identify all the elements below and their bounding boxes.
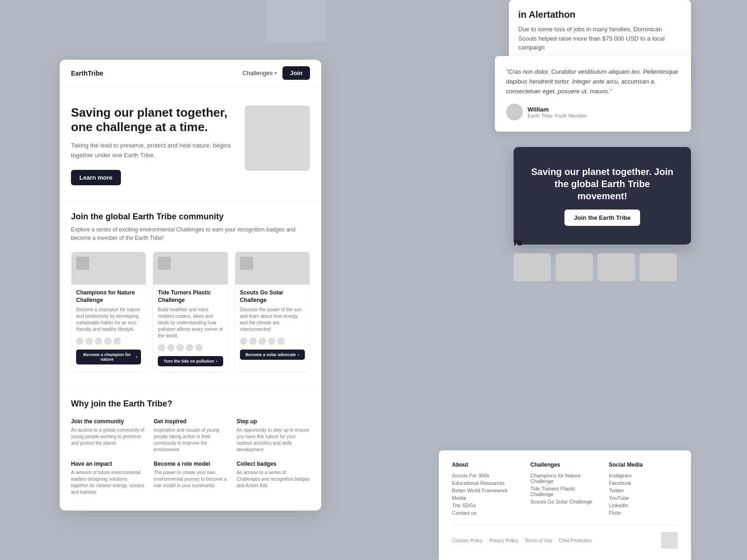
cta-dark-card: Saving our planet together. Join the glo… (514, 147, 691, 245)
why-item-stepup: Step up An opportunity to step up to ens… (237, 418, 310, 453)
hero-subtitle: Taking the lead to preserve, protect and… (71, 141, 233, 161)
chevron-down-icon: ▾ (275, 70, 277, 76)
challenge-desc-nature: Become a champion for nature and biodive… (76, 307, 141, 333)
badge-5 (195, 344, 203, 351)
footer-links-challenges: Champions for Nature Challenge Tide Turn… (530, 473, 599, 504)
footer-bottom-links: Cookies Policy Privacy Policy Terms of U… (452, 538, 592, 543)
footer-link-flickr[interactable]: Flickr (609, 510, 678, 516)
badge-4 (186, 344, 193, 351)
badge-row-plastic (158, 344, 223, 351)
challenge-icon-plastic (158, 257, 171, 270)
cta-join-button[interactable]: Join the Earth Tribe (564, 210, 640, 226)
testimonials-title-partial: rs (514, 237, 691, 248)
footer-link[interactable]: Scouts For 300s (452, 473, 521, 478)
why-item-inspired: Get inspired Inspiration and visuals of … (154, 418, 227, 453)
why-item-rolemodel: Become a role model The power to create … (154, 461, 227, 496)
footer-links-social: Instagram Facebook Twitter YouTube Linke… (609, 473, 678, 516)
why-item-title: Collect badges (237, 461, 310, 467)
challenge-card-solar: Scouts Go Solar Challenge Discover the p… (235, 252, 310, 372)
badge-row-nature (76, 337, 141, 345)
why-item-title: Become a role model (154, 461, 227, 467)
footer-link[interactable]: Educational Resources (452, 480, 521, 486)
footer-col-challenges: Challenges Champions for Nature Challeng… (530, 462, 599, 516)
footer-link-youtube[interactable]: YouTube (609, 495, 678, 501)
badge-5 (113, 337, 121, 345)
challenge-image-solar (235, 252, 310, 285)
child-protection-link[interactable]: Child Protection (559, 538, 592, 543)
badge-4 (104, 337, 112, 345)
footer-link-linkedin[interactable]: LinkedIn (609, 503, 678, 508)
testimonial-thumb-3 (598, 253, 635, 281)
challenge-icon-solar (240, 257, 253, 270)
hero-image-placeholder (266, 0, 327, 42)
challenge-cta-plastic[interactable]: Turn the tide on pollution › (158, 356, 223, 366)
hero-title: Saving our planet together, one challeng… (71, 105, 233, 134)
footer-link[interactable]: Tide Turners Plastic Challenge (530, 486, 599, 497)
reviewer-name: William (528, 106, 587, 113)
why-item-desc: An opportunity to step up to ensure you … (237, 427, 310, 453)
footer-columns: About Scouts For 300s Educational Resour… (452, 462, 678, 516)
footer-col-title-social: Social Media (609, 462, 678, 468)
footer-link[interactable]: Contact us (452, 510, 521, 516)
review-text: "Cras non dolor. Curabitur vestibulum al… (506, 67, 680, 96)
why-item-desc: A network of future environmental leader… (71, 469, 144, 496)
navbar: EarthTribe Challenges ▾ Join (60, 60, 321, 87)
brand-logo: EarthTribe (71, 70, 103, 77)
challenge-card-nature: Champions for Nature Challenge Become a … (71, 252, 146, 372)
why-item-desc: An access to a global community of young… (71, 427, 144, 447)
challenge-body-solar: Scouts Go Solar Challenge Discover the p… (235, 285, 310, 365)
cookies-link[interactable]: Cookies Policy (452, 538, 483, 543)
alert-title: in Alertathon (518, 9, 682, 20)
why-item-title: Have an impact (71, 461, 144, 467)
privacy-link[interactable]: Privacy Policy (489, 538, 518, 543)
footer-col-title-challenges: Challenges (530, 462, 599, 468)
navbar-right: Challenges ▾ Join (242, 66, 310, 80)
challenge-body-nature: Champions for Nature Challenge Become a … (71, 285, 146, 370)
footer-link[interactable]: Media (452, 495, 521, 501)
arrow-right-icon: › (298, 352, 299, 357)
footer-col-social: Social Media Instagram Facebook Twitter … (609, 462, 678, 516)
badge-1 (76, 337, 84, 345)
terms-link[interactable]: Terms of Use (525, 538, 552, 543)
challenge-cards: Champions for Nature Challenge Become a … (71, 252, 310, 372)
challenge-icon-nature (76, 257, 89, 270)
footer-bottom: Cookies Policy Privacy Policy Terms of U… (452, 525, 678, 549)
learn-more-button[interactable]: Learn more (71, 170, 121, 185)
footer-link[interactable]: Scouts Go Solar Challenge (530, 499, 599, 504)
footer-link-facebook[interactable]: Facebook (609, 480, 678, 486)
challenges-section-title: Join the global Earth Tribe community (71, 212, 310, 222)
badge-1 (158, 344, 165, 351)
challenge-image-plastic (153, 252, 227, 285)
hero-image (245, 105, 310, 171)
arrow-right-icon: › (216, 359, 217, 364)
why-item-badges: Collect badges An access to a series of … (237, 461, 310, 496)
challenges-nav-label: Challenges (242, 70, 273, 77)
join-button[interactable]: Join (282, 66, 310, 80)
challenges-nav[interactable]: Challenges ▾ (242, 70, 277, 77)
testimonial-thumb-2 (556, 253, 593, 281)
why-item-impact: Have an impact A network of future envir… (71, 461, 144, 496)
why-item-title: Join the community (71, 418, 144, 425)
hero-section: Saving our planet together, one challeng… (60, 87, 321, 200)
footer-link-twitter[interactable]: Twitter (609, 488, 678, 493)
why-item-title: Step up (237, 418, 310, 425)
footer-link[interactable]: The SDGs (452, 503, 521, 508)
why-grid: Join the community An access to a global… (71, 418, 310, 496)
testimonials-row (514, 253, 691, 281)
footer-link-instagram[interactable]: Instagram (609, 473, 678, 478)
arrow-right-icon: › (136, 355, 137, 359)
challenge-card-plastic: Tide Turners Plastic Challenge Build hea… (153, 252, 228, 372)
why-item-desc: Inspiration and visuals of young people … (154, 427, 227, 453)
challenge-desc-plastic: Build healthier and more resilient ocean… (158, 307, 223, 339)
challenge-cta-nature[interactable]: Become a champion for nature › (76, 350, 141, 364)
footer-link[interactable]: Better World Framework (452, 488, 521, 493)
footer-link[interactable]: Champions for Nature Challenge (530, 473, 599, 484)
challenge-cta-solar[interactable]: Become a solar advocate › (240, 350, 305, 360)
testimonial-thumb-4 (640, 253, 677, 281)
badge-2 (167, 344, 175, 351)
footer-col-title-about: About (452, 462, 521, 468)
challenge-body-plastic: Tide Turners Plastic Challenge Build hea… (153, 285, 227, 372)
why-item-desc: The power to create your own environment… (154, 469, 227, 489)
why-title: Why join the Earth Tribe? (71, 399, 310, 409)
footer-col-about: About Scouts For 300s Educational Resour… (452, 462, 521, 516)
